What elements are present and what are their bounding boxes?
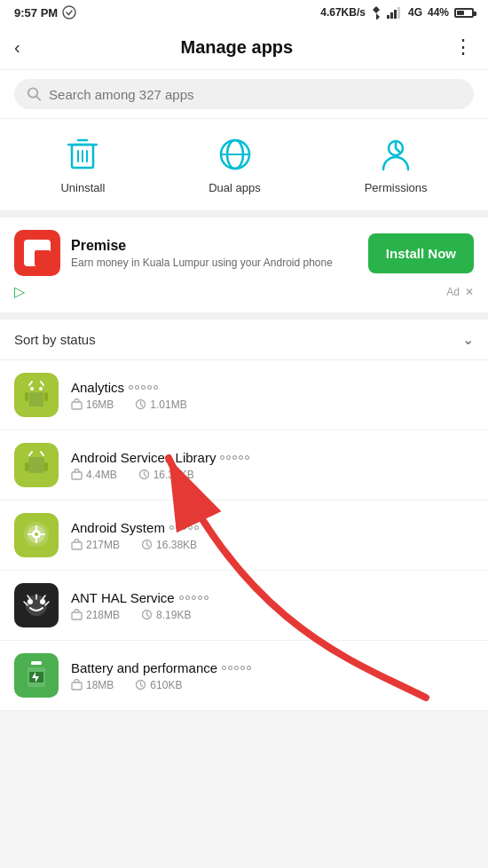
sort-label: Sort by status [14, 332, 96, 347]
sort-bar[interactable]: Sort by status ⌄ [0, 320, 488, 360]
svg-rect-44 [31, 661, 42, 665]
ad-close[interactable]: ✕ [465, 286, 474, 298]
svg-point-0 [63, 6, 75, 19]
app-stats-services-library: 4.4MB 16.38KB [71, 469, 474, 481]
qa-permissions-label: Permissions [365, 181, 428, 194]
app-info-services-library: Android Services Library 4.4MB 16.38KB [71, 450, 474, 481]
svg-point-39 [40, 599, 45, 604]
svg-rect-29 [72, 472, 82, 479]
search-input-wrap[interactable] [14, 79, 474, 109]
svg-rect-19 [29, 392, 43, 406]
app-info-analytics: Analytics 16MB 1.01MB [71, 380, 474, 411]
sort-chevron-icon: ⌄ [462, 331, 474, 348]
svg-rect-28 [28, 457, 44, 473]
bluetooth-icon [371, 5, 382, 20]
spinner-ant-hal [179, 596, 209, 600]
spinner-analytics [129, 385, 158, 390]
app-size-ant-hal: 218MB [71, 609, 120, 621]
ad-label: Ad ✕ [446, 286, 474, 298]
spinner-services-library [220, 455, 249, 460]
status-bar: 9:57 PM 4.67KB/s 4G 44% [0, 0, 488, 25]
spinner-battery-performance [222, 666, 251, 670]
svg-rect-18 [44, 392, 48, 401]
app-item-battery-performance[interactable]: Battery and performance 18MB 610KB [0, 641, 488, 711]
signal-icon [387, 6, 403, 19]
app-cache-battery-performance: 610KB [135, 679, 182, 691]
app-name-ant-hal: ANT HAL Service [71, 590, 474, 605]
svg-rect-17 [25, 392, 28, 401]
svg-line-24 [29, 452, 32, 455]
app-stats-battery-performance: 18MB 610KB [71, 679, 474, 691]
dual-apps-icon [216, 135, 255, 174]
app-item-analytics[interactable]: Analytics 16MB 1.01MB [0, 360, 488, 430]
permissions-icon [376, 135, 415, 174]
search-input[interactable] [49, 87, 461, 102]
qa-uninstall-label: Uninstall [60, 181, 105, 194]
app-info-battery-performance: Battery and performance 18MB 610KB [71, 660, 474, 691]
app-item-ant-hal[interactable]: ANT HAL Service 218MB 8.19KB [0, 571, 488, 641]
app-icon-android-system [14, 513, 59, 557]
battery-percent: 44% [428, 6, 449, 19]
ad-description: Earn money in Kuala Lumpur using your An… [71, 256, 358, 269]
app-cache-analytics: 1.01MB [135, 398, 186, 411]
svg-rect-26 [25, 462, 28, 471]
install-button[interactable]: Install Now [368, 233, 474, 273]
app-size-analytics: 16MB [71, 398, 114, 411]
app-icon-ant-hal [14, 583, 59, 627]
svg-line-25 [41, 452, 43, 455]
back-button[interactable]: ‹ [14, 37, 20, 58]
qa-permissions[interactable]: Permissions [365, 135, 428, 194]
app-name-analytics: Analytics [71, 380, 474, 395]
svg-point-34 [35, 533, 38, 536]
app-stats-analytics: 16MB 1.01MB [71, 398, 474, 411]
app-size-android-system: 217MB [71, 539, 120, 551]
spinner-android-system [169, 525, 199, 530]
ad-logo-inner [24, 240, 51, 266]
app-item-android-system[interactable]: Android System 217MB 16.38KB [0, 501, 488, 571]
app-stats-android-system: 217MB 16.38KB [71, 539, 474, 551]
page-title: Manage apps [180, 37, 293, 58]
app-icon-battery-performance [14, 653, 59, 698]
app-stats-ant-hal: 218MB 8.19KB [71, 609, 474, 621]
ad-inner: Premise Earn money in Kuala Lumpur using… [14, 230, 474, 276]
time: 9:57 PM [14, 6, 58, 20]
ad-title: Premise [71, 238, 358, 254]
network-type: 4G [408, 6, 422, 19]
qa-dual-apps-label: Dual apps [209, 181, 261, 194]
search-icon [27, 86, 42, 102]
app-size-services-library: 4.4MB [71, 469, 117, 481]
app-name-services-library: Android Services Library [71, 450, 474, 465]
ad-text-label: Ad [446, 286, 460, 298]
app-list: Analytics 16MB 1.01MB [0, 360, 488, 711]
svg-rect-4 [397, 7, 400, 19]
qa-dual-apps[interactable]: Dual apps [209, 135, 261, 194]
svg-point-14 [39, 387, 43, 391]
svg-rect-40 [72, 612, 82, 619]
svg-rect-27 [44, 462, 48, 471]
search-bar [0, 70, 488, 119]
app-cache-android-system: 16.38KB [141, 539, 197, 551]
svg-rect-48 [72, 683, 82, 690]
play-store-icon: ▷ [14, 283, 25, 300]
header: ‹ Manage apps ⋮ [0, 25, 488, 70]
ad-logo-square [35, 250, 51, 266]
ad-footer: ▷ Ad ✕ [14, 283, 474, 300]
app-info-android-system: Android System 217MB 16.38KB [71, 520, 474, 551]
svg-rect-20 [72, 402, 82, 409]
menu-button[interactable]: ⋮ [453, 36, 474, 59]
app-item-services-library[interactable]: Android Services Library 4.4MB 16.38KB [0, 430, 488, 501]
svg-point-38 [28, 599, 33, 604]
trash-icon [63, 135, 102, 174]
svg-rect-2 [390, 12, 393, 19]
battery-icon [454, 8, 474, 18]
status-time-area: 9:57 PM [14, 5, 76, 20]
v-icon [62, 5, 76, 20]
ad-banner: Premise Earn money in Kuala Lumpur using… [0, 217, 488, 320]
svg-rect-3 [394, 10, 397, 19]
app-list-container: Analytics 16MB 1.01MB [0, 360, 488, 711]
app-icon-analytics [14, 373, 59, 417]
qa-uninstall[interactable]: Uninstall [60, 135, 105, 194]
app-name-android-system: Android System [71, 520, 474, 535]
app-cache-ant-hal: 8.19KB [141, 609, 191, 621]
svg-rect-1 [387, 15, 390, 19]
